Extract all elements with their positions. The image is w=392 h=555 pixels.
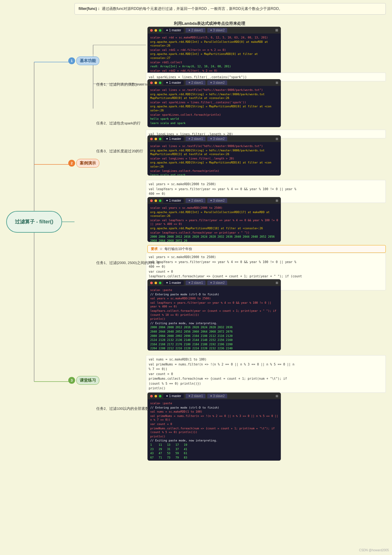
top-description: filter(func)： 通过函数func对源RDD的每个元素进行过滤，并返回… [74, 3, 386, 15]
tab6-slave2: ✦ 3 slave2 [207, 394, 227, 398]
tab-slave1: ✦ 2 slave1 [186, 28, 205, 33]
terminal-6: ✦ 1 master ✦ 2 slave1 ✦ 3 slave2 ⊞ scala… [147, 392, 281, 461]
t5-out5: 2164 2168 2172 2176 2180 2184 2188 2192 … [150, 342, 278, 347]
t4-line3: scala> val leapYears = years.filter(year… [150, 218, 278, 226]
tab5-master: ✦ 1 master [163, 280, 184, 285]
dot5-green [159, 282, 161, 284]
code-line-5: scala> rdd1.collect [150, 60, 278, 65]
section-3-label: 3 课堂练习 [68, 376, 99, 385]
t5-paste: scala> :paste [150, 288, 278, 292]
terminal-4-expand[interactable]: ⊞ [276, 199, 278, 202]
terminal-5-expand[interactable]: ⊞ [276, 281, 278, 284]
t5-code4: println() [150, 317, 278, 321]
t4-line6: 2000 2004 2008 2012 2016 2020 2024 2028 … [150, 235, 278, 242]
leap-code-1: val years = sc.makeRDD(2000 to 2500) [149, 182, 383, 187]
t4-line1: scala> val years = sc.makeRDD(2000 to 25… [150, 206, 278, 210]
t6-out5: 89 [150, 460, 278, 461]
code-line-1: scala> val rdd = sc.makeRDD(List(5, 6, 1… [150, 36, 278, 40]
terminal-3-expand[interactable]: ⊞ [276, 137, 278, 141]
ex-code-2: val leapYears = years.filter(year => yea… [149, 260, 383, 265]
section-1-num: 1 [68, 57, 75, 64]
leap-code-3: 400 == 0) [149, 191, 383, 196]
dot-yellow [155, 29, 157, 32]
t5-out1: 2000 2004 2008 2012 2016 2020 2024 2028 … [150, 325, 278, 329]
tab4-slave1: ✦ 2 slave1 [186, 198, 205, 203]
ex-code-1: val years = sc.makeRDD(2000 to 2500) [149, 255, 383, 260]
tab2-slave1: ✦ 2 slave1 [186, 80, 205, 85]
watermark: CSDN @howard2005 [359, 548, 389, 552]
t6-out2: 23 29 31 37 41 [150, 447, 278, 451]
terminal-2-expand[interactable]: ⊞ [276, 81, 278, 84]
tab3-master: ✦ 1 master [163, 137, 184, 141]
tab5-slave1: ✦ 2 slave1 [186, 280, 205, 285]
dot3-green [159, 138, 161, 140]
terminal-5-body: scala> :paste // Entering paste mode (ct… [148, 286, 281, 351]
dot5-red [150, 282, 153, 284]
t4-line2: org.apache.spark.rdd.RDD[Int] = Parallel… [150, 210, 278, 218]
t4-line5: scala> leapYears.collect.foreach(year =>… [150, 231, 278, 235]
t3-line2: org.apache.spark.rdd.RDD[String] = hdfs:… [150, 149, 278, 156]
t3-line5: scala> longLines.collect.foreach(println… [150, 169, 278, 173]
main-container: filter(func)： 通过函数func对源RDD的每个元素进行过滤，并返回… [0, 0, 392, 555]
t3-line6: learn scala and spark [150, 173, 278, 176]
t2-line2: org.apache.spark.rdd.RDD[String] = hdfs:… [150, 92, 278, 100]
t5-code1: val years = sc.makeRDD(2000 to 2500) [150, 297, 278, 301]
t5-out4: 2124 2128 2132 2136 2140 2144 2148 2152 … [150, 338, 278, 342]
task-2-label: 任务2、过滤包含spark的行 [96, 121, 141, 126]
t3-line1: scala> val lines = sc.textFile("hdfs://m… [150, 144, 278, 148]
dot6-red [150, 395, 153, 397]
tab-slave2: ✦ 3 slave2 [207, 28, 227, 33]
terminal-3-body: scala> val lines = sc.textFile("hdfs://m… [148, 142, 281, 176]
dot4-yellow [155, 199, 157, 202]
tab3-slave2: ✦ 3 slave2 [207, 137, 227, 141]
terminal-6-expand[interactable]: ⊞ [276, 394, 278, 398]
ex-code-3: 400 == 0) [149, 264, 383, 269]
dot6-green [159, 395, 161, 397]
dot4-green [159, 199, 161, 202]
tab-master: ✦ 1 master [163, 28, 184, 33]
t5-enter: // Entering paste mode (ctrl-D to finish… [150, 293, 278, 297]
t5-out3: 2080 2084 2088 2092 2096 2104 2108 2112 … [150, 334, 278, 338]
t2-line3: scala> val sparkLines = lines.filter(_.c… [150, 101, 278, 105]
terminal-expand[interactable]: ⊞ [275, 28, 278, 32]
t2-line5: scala> sparkLines.collect.foreach(printl… [150, 113, 278, 117]
dot5-yellow [155, 282, 157, 284]
prime-code-3: % 7 == 0)) [149, 367, 383, 372]
code-spark-lines: val sparkLines = lines.filter(_.contains… [149, 75, 247, 79]
prime-code-snippet: val nums = sc.makeRDD(1 to 100) val prim… [146, 355, 386, 393]
section-2-text: 案例演示 [76, 159, 99, 168]
prime-code-1: val nums = sc.makeRDD(1 to 100) [149, 357, 383, 362]
code-line-3: scala> val rdd1 = rdd.filter(n => n % 2 … [150, 48, 278, 52]
dot3-red [150, 138, 153, 140]
dot2-green [159, 82, 161, 84]
tab4-slave2: ✦ 3 slave2 [207, 198, 227, 203]
t6-code4: primeNums.collect.foreach(num => {count … [150, 427, 278, 434]
t6-code3: var count = 0 [150, 422, 278, 426]
section-2-label: 2 案例演示 [68, 159, 99, 168]
task-4-label: 任务1、过滤[2000, 2500)之间的闰年 年 [96, 261, 160, 265]
t6-exit: // Exiting paste mode, now interpreting. [150, 439, 278, 443]
task-3-label: 任务3、过滤长度超过20的行 [96, 149, 143, 154]
dot2-red [150, 82, 153, 84]
prime-code-7: println() [149, 386, 383, 391]
terminal-6-header: ✦ 1 master ✦ 2 slave1 ✦ 3 slave2 ⊞ [148, 393, 281, 399]
code-line-6: res0: Array[Int] = Array(6, 12, 10, 24, … [150, 65, 278, 69]
t3-line3: scala> val longLines = lines.filter(_.le… [150, 157, 278, 161]
prime-code-6: (count % 5 == 0) println()}) [149, 381, 383, 386]
terminal-4-header: ✦ 1 master ✦ 2 slave1 ✦ 3 slave2 ⊞ [148, 197, 281, 204]
concept-box: 过滤算子 - filter() [6, 211, 62, 233]
desc-label: filter(func)： [79, 7, 101, 11]
t2-line1: scala> val lines = sc.textFile("hdfs://m… [150, 88, 278, 92]
section-3-text: 课堂练习 [76, 376, 99, 385]
dot4-red [150, 199, 153, 202]
tab6-master: ✦ 1 master [163, 394, 184, 398]
tab3-slave1: ✦ 2 slave1 [186, 137, 205, 141]
dot6-yellow [155, 395, 157, 397]
requirement-box: 要求 ☆ 每行输出10个年份 [147, 245, 386, 253]
code-line-2: org.apache.spark.rdd.RDD[Int] = Parallel… [150, 40, 278, 48]
t6-paste: scala> :paste [150, 401, 278, 405]
leap-code-2: val leapYears = years.filter(year => yea… [149, 187, 383, 192]
prime-code-2: val primeNums = nums.filter(n => !(n % 2… [149, 362, 383, 367]
task-5-label: 任务2、过滤100以内的全部素数 [96, 406, 149, 411]
t5-code3: leapYears.collect.foreach(year => {count… [150, 309, 278, 317]
